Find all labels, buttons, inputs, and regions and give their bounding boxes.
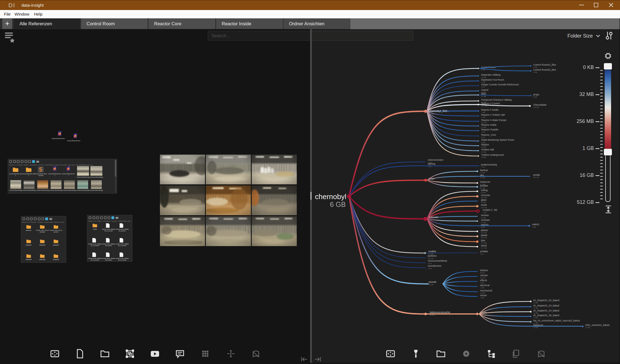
svg-text:Control Room02_files: Control Room02_files (533, 68, 556, 71)
svg-text:30 MB: 30 MB (585, 327, 590, 328)
svg-text:30 MB: 30 MB (481, 96, 486, 97)
svg-text:Chernobyl_Ref...: Chernobyl_Ref... (428, 110, 449, 113)
svg-text:Reactor 4 Water Pumps: Reactor 4 Water Pumps (481, 119, 506, 122)
svg-text:11 MB: 11 MB (533, 317, 538, 319)
svg-text:ntde01: ntde01 (532, 223, 539, 226)
svg-text:chernobyl: chernobyl (315, 192, 346, 201)
svg-text:Geiger Counter Sounds Referenc: Geiger Counter Sounds References (481, 83, 519, 86)
svg-text:3 MB: 3 MB (532, 226, 536, 228)
svg-text:91 MB: 91 MB (481, 146, 486, 148)
svg-text:41 MB: 41 MB (481, 76, 486, 78)
svg-text:hia_ch_controlroom_wip01_marco: hia_ch_controlroom_wip01_marco02_baked (533, 319, 580, 322)
svg-text:4 GB: 4 GB (429, 219, 433, 221)
svg-text:wood: wood (481, 244, 487, 247)
svg-text:56 KB: 56 KB (480, 272, 485, 274)
svg-text:Deaerator Hallway: Deaerator Hallway (481, 73, 501, 76)
svg-text:91 MB: 91 MB (481, 151, 486, 153)
svg-text:Skala Monitoring System Room: Skala Monitoring System Room (481, 138, 514, 141)
svg-text:155 MB: 155 MB (533, 107, 539, 108)
svg-text:buttons: buttons (480, 269, 488, 272)
svg-text:131 KB: 131 KB (533, 177, 539, 178)
svg-text:3 KB: 3 KB (428, 268, 431, 269)
svg-text:5 KB: 5 KB (480, 253, 484, 255)
svg-text:prefabs: prefabs (480, 250, 488, 253)
svg-text:lighting: lighting (428, 162, 435, 165)
svg-text:Control Room01_files: Control Room01_files (533, 63, 556, 66)
svg-text:Reactor 4 Turbine Hall: Reactor 4 Turbine Hall (481, 113, 505, 116)
svg-text:Reactor 4 Inside: Reactor 4 Inside (481, 108, 498, 111)
svg-text:Elephants Foot Room: Elephants Foot Room (481, 78, 504, 81)
svg-text:341 MB: 341 MB (481, 232, 487, 234)
svg-text:maps: maps (429, 177, 434, 180)
svg-text:resourcemanifests: resourcemanifests (428, 259, 447, 262)
svg-text:props: props (533, 93, 539, 96)
svg-text:1 MB: 1 MB (480, 287, 484, 289)
svg-text:monitor: monitor (481, 214, 489, 217)
svg-text:plastic: plastic (481, 234, 488, 237)
svg-text:plaster: plaster (481, 229, 488, 232)
svg-text:6 KB: 6 KB (481, 86, 485, 88)
svg-text:glass: glass (481, 199, 486, 201)
svg-text:7 MB: 7 MB (481, 131, 485, 133)
svg-text:Pumproom Entrance Hallway: Pumproom Entrance Hallway (481, 98, 512, 101)
svg-text:Skybox: Skybox (481, 143, 489, 146)
svg-text:postprocessing: postprocessing (481, 163, 497, 166)
svg-text:128 KB: 128 KB (428, 258, 433, 259)
svg-text:112 KB: 112 KB (480, 277, 485, 279)
svg-text:347 MB: 347 MB (481, 247, 487, 249)
svg-text:ch_chapter01_02_baked: ch_chapter01_02_baked (533, 299, 559, 302)
svg-text:4 MB: 4 MB (533, 71, 537, 73)
svg-text:colorcorrection: colorcorrection (428, 159, 443, 161)
svg-text:ch_chapter01_04_baked: ch_chapter01_04_baked (533, 309, 559, 312)
svg-text:7 MB: 7 MB (481, 112, 485, 113)
svg-text:sounds: sounds (429, 281, 436, 283)
svg-text:prefabs: prefabs (480, 184, 488, 187)
svg-text:6 GB: 6 GB (330, 200, 346, 208)
svg-text:canvas: canvas (480, 274, 488, 277)
svg-text:7 MB: 7 MB (481, 117, 485, 118)
svg-text:Misc: Misc (481, 92, 486, 95)
svg-text:11 MB: 11 MB (480, 172, 485, 174)
svg-text:31 MB: 31 MB (429, 284, 433, 286)
svg-text:ch_chapter01_05_baked: ch_chapter01_05_baked (533, 314, 559, 317)
svg-text:soundevents: soundevents (428, 264, 441, 267)
svg-text:5 KB: 5 KB (428, 263, 431, 264)
svg-text:Reactor Outside: Reactor Outside (481, 128, 498, 131)
svg-text:30 MB: 30 MB (533, 327, 538, 328)
svg-text:mechanical: mechanical (480, 289, 492, 292)
svg-text:balansourcescache: balansourcescache (430, 311, 450, 314)
svg-text:4 MB: 4 MB (533, 66, 537, 68)
svg-text:31 MB: 31 MB (480, 177, 485, 179)
svg-text:models (+ 39): models (+ 39) (483, 209, 497, 211)
svg-text:70 MB: 70 MB (481, 202, 486, 203)
svg-text:tiles: tiles (481, 239, 485, 242)
svg-text:materials: materials (429, 216, 438, 219)
svg-text:7 KB: 7 KB (481, 166, 485, 168)
svg-text:852 MB: 852 MB (428, 113, 434, 115)
svg-text:overlays: overlays (481, 219, 490, 221)
svg-text:Reactor_Core: Reactor_Core (481, 133, 496, 136)
svg-text:Layout: Layout (481, 88, 488, 91)
svg-text:prelab: prelab (533, 174, 540, 176)
svg-text:ch01_reactor01_baked: ch01_reactor01_baked (585, 324, 609, 326)
svg-text:33 MB: 33 MB (481, 157, 486, 158)
svg-text:concrete: concrete (481, 194, 490, 197)
svg-text:Chernobylite: Chernobylite (533, 103, 547, 106)
svg-text:4 MB: 4 MB (480, 282, 484, 284)
svg-text:341 MB: 341 MB (481, 237, 487, 239)
svg-text:particles: particles (428, 254, 437, 257)
svg-text:metal: metal (481, 204, 487, 206)
svg-text:98 MB: 98 MB (481, 192, 486, 194)
svg-text:1 MB: 1 MB (480, 297, 484, 299)
svg-text:8 MB: 8 MB (481, 226, 485, 228)
svg-text:3 GB: 3 GB (483, 212, 486, 213)
svg-text:effects: effects (480, 279, 487, 282)
svg-text:instances: instances (480, 180, 490, 183)
svg-text:14 MB: 14 MB (533, 302, 538, 304)
svg-text:Reactor 4 Control ...: Reactor 4 Control ... (481, 102, 502, 105)
svg-text:11 MB: 11 MB (533, 307, 538, 309)
svg-text:backup: backup (480, 169, 488, 172)
svg-text:Turbine Underground: Turbine Underground (481, 153, 504, 156)
svg-text:voices: voices (480, 294, 487, 297)
svg-text:ceiling: ceiling (481, 189, 488, 192)
